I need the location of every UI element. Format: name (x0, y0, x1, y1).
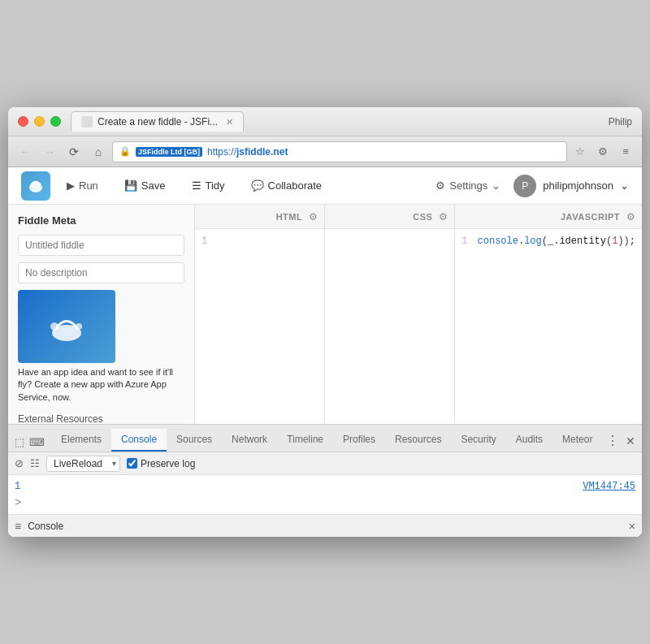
ad-image (18, 290, 115, 363)
user-chevron-icon: ⌄ (620, 179, 629, 192)
url-text: https://jsfiddle.net (207, 146, 288, 158)
tab-audits[interactable]: Audits (506, 429, 552, 452)
user-name-label: philipmjohnson (543, 179, 613, 192)
settings-button[interactable]: ⚙ Settings ⌄ (436, 179, 500, 192)
devtools-tabs: ⬚ ⌨ Elements Console Sources Network Tim… (8, 425, 642, 452)
devtools-mobile-icon[interactable]: ⌨ (29, 436, 45, 448)
css-settings-icon[interactable]: ⚙ (439, 211, 448, 223)
devtools-inspect-icon[interactable]: ⬚ (15, 436, 24, 448)
tab-close-icon[interactable]: ✕ (226, 117, 233, 128)
bottom-bar-close-icon[interactable]: × (629, 520, 635, 533)
css-panel-body[interactable] (325, 229, 454, 424)
tab-security[interactable]: Security (451, 429, 505, 452)
tab-network[interactable]: Network (222, 429, 277, 452)
app-header: ▶ Run 💾 Save ☰ Tidy 💬 Collaborate (8, 167, 642, 205)
navigation-bar: ← → ⟳ ⌂ 🔒 JSFiddle Ltd [GB] https://jsfi… (8, 136, 642, 167)
minimize-button[interactable] (34, 116, 45, 127)
bottom-bar-menu-icon[interactable]: ≡ (15, 520, 21, 533)
active-tab[interactable]: Create a new fiddle - JSFi... ✕ (71, 111, 244, 132)
devtools-left-icons: ⬚ ⌨ (15, 436, 45, 452)
js-panel-label: JAVASCRIPT (561, 212, 620, 222)
code-panels: HTML ⚙ 1 CSS ⚙ (195, 205, 642, 424)
collaborate-button[interactable]: 💬 Collaborate (245, 176, 329, 195)
tab-title: Create a new fiddle - JSFi... (98, 116, 218, 128)
avatar: P (514, 175, 536, 197)
console-search-icon[interactable]: ☷ (30, 457, 40, 469)
filter-select[interactable]: LiveReload All Errors Warnings Info Logs (46, 456, 120, 472)
tidy-icon: ☰ (192, 179, 202, 192)
vm-link[interactable]: VM1447:45 (583, 481, 635, 492)
html-panel-body[interactable]: 1 (195, 229, 324, 424)
save-label: Save (141, 179, 166, 192)
star-icon[interactable]: ☆ (570, 142, 590, 162)
description-input[interactable] (18, 262, 184, 283)
preserve-log-checkbox[interactable] (127, 458, 137, 469)
address-bar[interactable]: 🔒 JSFiddle Ltd [GB] https://jsfiddle.net (112, 141, 567, 162)
name-field (18, 235, 184, 256)
js-paren2: ( (606, 236, 612, 247)
preserve-log-label[interactable]: Preserve log (127, 458, 195, 469)
devtools-more-icon[interactable]: ⋮ (606, 433, 619, 448)
tab-profiles[interactable]: Profiles (333, 429, 385, 452)
console-content: 1 VM1447:45 > (8, 475, 642, 514)
tidy-button[interactable]: ☰ Tidy (185, 176, 232, 195)
js-number: 1 (612, 236, 618, 247)
settings-gear-icon: ⚙ (436, 179, 445, 192)
sidebar-title: Fiddle Meta (18, 214, 184, 227)
header-right: ⚙ Settings ⌄ P philipmjohnson ⌄ (436, 175, 629, 197)
name-input[interactable] (18, 235, 184, 256)
tab-sources[interactable]: Sources (167, 429, 222, 452)
ad-area: Have an app idea and want to see if it'l… (18, 290, 184, 404)
run-button[interactable]: ▶ Run (60, 176, 105, 195)
tab-console[interactable]: Console (111, 429, 167, 452)
menu-icon[interactable]: ≡ (616, 142, 635, 162)
svg-point-2 (50, 322, 58, 331)
window-user: Philip (609, 116, 632, 128)
home-button[interactable]: ⌂ (88, 141, 109, 162)
console-filter-icon[interactable]: ⊘ (15, 457, 24, 469)
country-badge: JSFiddle Ltd [GB] (136, 147, 202, 157)
css-panel: CSS ⚙ (325, 205, 455, 424)
back-button[interactable]: ← (15, 141, 36, 162)
js-panel-body[interactable]: 1 console.log(_.identity(1)); (455, 229, 642, 424)
settings-chevron-icon: ⌄ (492, 179, 500, 192)
jsfiddle-logo (21, 171, 50, 201)
forward-button[interactable]: → (39, 141, 60, 162)
js-settings-icon[interactable]: ⚙ (626, 211, 635, 223)
lock-icon: 🔒 (119, 146, 131, 157)
html-panel-header: HTML ⚙ (195, 205, 324, 229)
tab-meteor[interactable]: Meteor (552, 429, 602, 452)
window-controls (18, 116, 61, 127)
html-settings-icon[interactable]: ⚙ (309, 211, 318, 223)
html-line-number: 1 (202, 236, 207, 247)
js-paren1: ( (542, 236, 548, 247)
save-icon: 💾 (124, 179, 137, 192)
refresh-button[interactable]: ⟳ (63, 141, 84, 162)
save-button[interactable]: 💾 Save (118, 176, 172, 195)
url-protocol: https:// (207, 146, 236, 158)
console-prompt-line: > (15, 495, 635, 511)
js-panel: JAVASCRIPT ⚙ 1 console.log(_.identity(1)… (455, 205, 642, 424)
tab-elements[interactable]: Elements (51, 429, 111, 452)
extensions-icon[interactable]: ⚙ (593, 142, 613, 162)
devtools-close-icon[interactable]: ✕ (626, 434, 635, 447)
code-area: HTML ⚙ 1 CSS ⚙ (195, 205, 642, 424)
css-panel-header: CSS ⚙ (325, 205, 454, 229)
js-log: log (524, 236, 542, 247)
js-console: console (478, 236, 518, 247)
console-line-1: 1 VM1447:45 (15, 478, 635, 495)
close-button[interactable] (18, 116, 28, 127)
settings-label: Settings (449, 179, 488, 192)
js-code-line-1: 1 console.log(_.identity(1)); (462, 236, 635, 247)
sidebar: Fiddle Meta (8, 205, 195, 424)
tab-timeline[interactable]: Timeline (277, 429, 333, 452)
title-bar: Create a new fiddle - JSFi... ✕ Philip (8, 107, 642, 136)
maximize-button[interactable] (50, 116, 61, 127)
js-close-parens: )); (618, 236, 635, 247)
tab-favicon (81, 116, 93, 128)
js-dot2: . (553, 236, 559, 247)
header-actions: ▶ Run 💾 Save ☰ Tidy 💬 Collaborate (60, 176, 328, 195)
user-profile[interactable]: P philipmjohnson ⌄ (514, 175, 629, 197)
tab-resources[interactable]: Resources (385, 429, 451, 452)
console-line-number: 1 (15, 481, 20, 492)
